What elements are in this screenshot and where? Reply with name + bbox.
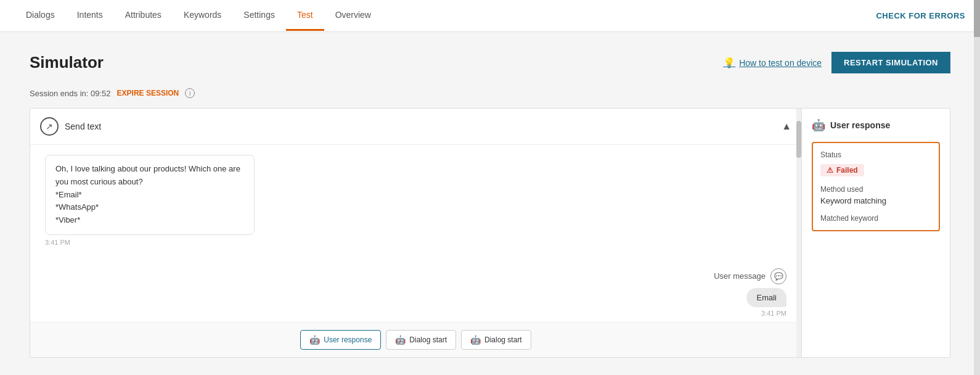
how-to-label: How to test on device — [739, 58, 822, 68]
user-message-area: User message 💬 Emali 3:41 PM — [30, 263, 801, 322]
send-text-label: Send text — [65, 122, 101, 131]
robot-icon-3: 🤖 — [470, 335, 481, 345]
robot-icon-1: 🤖 — [309, 335, 320, 345]
user-message-label: User message — [714, 271, 766, 281]
failed-badge: ⚠ Failed — [820, 164, 864, 176]
chat-messages: Oh, I love talking about our products! W… — [30, 145, 801, 263]
session-bar: Session ends in: 09:52 EXPIRE SESSION i — [30, 88, 950, 98]
matched-keyword-label: Matched keyword — [820, 214, 931, 223]
restart-simulation-button[interactable]: RESTART SIMULATION — [831, 52, 950, 73]
chat-panel: ↗ Send text ▲ Oh, I love talking about o… — [30, 109, 802, 357]
dialog-start-1-label: Dialog start — [409, 336, 447, 344]
session-timer: Session ends in: 09:52 — [30, 89, 111, 98]
tab-settings[interactable]: Settings — [232, 1, 286, 31]
main-content: Simulator 💡 How to test on device RESTAR… — [0, 32, 980, 375]
user-message-bubble: Emali — [746, 288, 786, 307]
tab-overview[interactable]: Overview — [324, 1, 382, 31]
page-scrollbar[interactable] — [974, 0, 980, 375]
status-label: Status — [820, 150, 931, 159]
method-used-label: Method used — [820, 185, 931, 194]
bottom-buttons: 🤖 User response 🤖 Dialog start 🤖 Dialog … — [30, 322, 801, 357]
info-icon[interactable]: i — [185, 88, 195, 98]
bot-message-bubble: Oh, I love talking about our products! W… — [45, 155, 255, 235]
how-to-link[interactable]: 💡 How to test on device — [723, 57, 822, 68]
chat-scroll-track[interactable] — [796, 109, 801, 357]
bot-message-time: 3:41 PM — [45, 239, 786, 246]
robot-icon-2: 🤖 — [395, 335, 406, 345]
dialog-start-1-button[interactable]: 🤖 Dialog start — [386, 330, 456, 350]
user-message-time: 3:41 PM — [761, 310, 786, 317]
chat-scroll-thumb — [796, 121, 801, 158]
send-text-header: ↗ Send text ▲ — [30, 109, 801, 145]
tab-keywords[interactable]: Keywords — [173, 1, 232, 31]
tab-dialogs[interactable]: Dialogs — [15, 1, 66, 31]
expire-session-button[interactable]: EXPIRE SESSION — [117, 89, 179, 97]
panel-header: 🤖 User response — [812, 118, 940, 132]
header-right: 💡 How to test on device RESTART SIMULATI… — [723, 52, 950, 73]
check-for-errors-button[interactable]: CHECK FOR ERRORS — [876, 11, 965, 20]
user-message-label-row: User message 💬 — [714, 268, 786, 284]
tab-intents[interactable]: Intents — [66, 1, 114, 31]
header-row: Simulator 💡 How to test on device RESTAR… — [30, 52, 950, 73]
tab-test[interactable]: Test — [286, 1, 324, 31]
simulator-area: ↗ Send text ▲ Oh, I love talking about o… — [30, 108, 950, 358]
user-response-panel: 🤖 User response Status ⚠ Failed Method u… — [802, 109, 950, 357]
nav-tabs: Dialogs Intents Attributes Keywords Sett… — [15, 1, 382, 31]
panel-robot-icon: 🤖 — [812, 118, 825, 132]
send-icon: ↗ — [40, 117, 59, 136]
user-response-btn-label: User response — [324, 336, 372, 344]
tab-attributes[interactable]: Attributes — [114, 1, 173, 31]
user-response-button[interactable]: 🤖 User response — [300, 330, 381, 350]
top-nav: Dialogs Intents Attributes Keywords Sett… — [0, 0, 980, 32]
panel-title: User response — [830, 120, 890, 130]
scroll-up-icon[interactable]: ▲ — [782, 121, 791, 132]
method-value: Keyword matching — [820, 196, 931, 205]
dialog-start-2-button[interactable]: 🤖 Dialog start — [461, 330, 531, 350]
dialog-start-2-label: Dialog start — [484, 336, 522, 344]
page-scrollbar-thumb — [974, 0, 980, 37]
warning-icon: ⚠ — [827, 166, 833, 175]
chat-icon: 💬 — [770, 268, 786, 284]
page-title: Simulator — [30, 53, 104, 72]
status-box: Status ⚠ Failed Method used Keyword matc… — [812, 142, 940, 231]
bulb-icon: 💡 — [723, 57, 735, 68]
failed-label: Failed — [836, 166, 858, 175]
